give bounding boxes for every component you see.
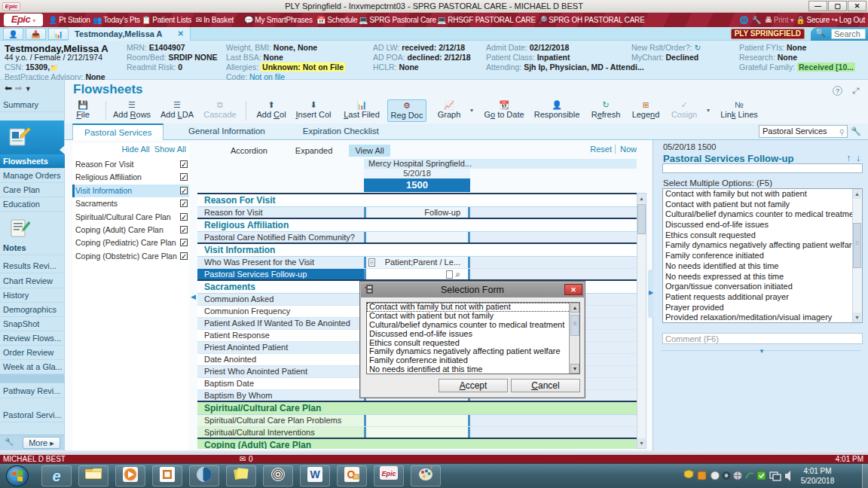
checkbox[interactable]: ✓ [180, 252, 188, 260]
toolbar-caret[interactable]: ▾ [704, 99, 713, 122]
reset-link[interactable]: Reset [590, 145, 612, 154]
taskbar-clock[interactable]: 4:01 PM 5/20/2018 [796, 466, 839, 486]
grid-date-cell[interactable]: 5/20/18 [364, 169, 470, 178]
mail-icon[interactable]: ✉ [240, 455, 246, 463]
checkbox[interactable]: ✓ [180, 239, 188, 246]
checkbox[interactable]: ✓ [180, 160, 188, 168]
option-item[interactable]: Contact with patient but not family [663, 200, 862, 210]
toolbar-button-link-lines[interactable]: №Link Lines [717, 99, 761, 122]
scroll-down-icon[interactable]: ▼ [637, 438, 646, 448]
flowsheet-cell[interactable] [364, 427, 470, 438]
sidebar-item-snapshot[interactable]: SnapShot [0, 317, 65, 331]
search-input[interactable] [831, 29, 866, 39]
help-icon[interactable]: ? [833, 86, 842, 96]
flowsheet-row-label[interactable]: Pastoral Care Notified Faith Community? [197, 232, 364, 242]
grid-vertical-scrollbar[interactable]: ▲ ▼ [637, 193, 646, 449]
dialog-option-item[interactable]: Contact with family but not with patient [367, 303, 579, 312]
option-item[interactable]: Prayer provided [663, 303, 862, 313]
checkbox[interactable]: ✓ [180, 200, 188, 207]
sidebar-item-manage-orders[interactable]: Manage Orders [0, 169, 65, 183]
magnifier-icon[interactable]: ⌕ [455, 269, 460, 279]
sidebar-item-education[interactable]: Education [0, 197, 65, 212]
dialog-option-item[interactable]: Ethics consult requested [367, 339, 579, 348]
view-button-view-all[interactable]: View All [349, 145, 390, 157]
sidebar-item-summary[interactable]: Summary [0, 98, 65, 112]
toolbar-button-add-lda[interactable]: ☰Add LDA [157, 99, 197, 122]
scroll-thumb[interactable]: ☰ [853, 223, 861, 268]
flowsheet-row-label[interactable]: Baptism By Whom [197, 390, 364, 401]
next-row-icon[interactable]: ↓ [856, 153, 860, 163]
wrench-icon[interactable]: 🔧 [752, 16, 761, 24]
toolbar-button-reg-doc[interactable]: ⚙Reg Doc [387, 99, 426, 122]
option-item[interactable]: Patient requests additional prayer [663, 292, 862, 303]
sidebar-item-chart-review[interactable]: Chart Review [0, 274, 65, 288]
checkbox[interactable]: ✓ [180, 213, 188, 221]
checkbox[interactable]: ✓ [180, 226, 188, 233]
in-basket-tab-icon[interactable]: 📥 [26, 28, 46, 40]
sidebar-item-order-review[interactable]: Order Review [0, 346, 65, 360]
pt-field-value[interactable]: ↻ [694, 43, 701, 52]
accept-button[interactable]: Accept [439, 379, 508, 392]
sidebar-item-week-at-a-gla[interactable]: Week at a Gla... [0, 360, 65, 374]
patient-lookup-icon[interactable]: 👤 [3, 28, 23, 40]
sidebar-item-results-revi[interactable]: Results Revi... [0, 259, 65, 273]
dialog-option-item[interactable]: Discussed end-of-life issues [367, 330, 579, 339]
row-toggle-coping-obstetric-care-plan[interactable]: Coping (Obstetric) Care Plan✓ [72, 250, 189, 263]
panel-expander[interactable]: ▼ [653, 348, 868, 354]
forward-icon[interactable]: ➡ [14, 83, 22, 93]
print-icon[interactable]: 🖶 [765, 16, 772, 24]
dialog-close-button[interactable]: ✕ [564, 284, 582, 295]
row-toggle-sacraments[interactable]: Sacraments✓ [72, 197, 189, 210]
toolbar-button-add-rows[interactable]: ☰Add Rows [110, 99, 154, 122]
maximize-button[interactable]: ▢ [828, 1, 847, 11]
globe-icon[interactable]: 🌐 [739, 16, 748, 24]
flowsheet-row-label[interactable]: Spiritual/Cultural Care Plan Problems [197, 415, 364, 426]
tray-icons[interactable] [680, 465, 793, 486]
close-tab-icon[interactable]: ✕ [178, 27, 184, 41]
flowsheet-cell[interactable]: Follow-up [364, 207, 470, 218]
scroll-up-icon[interactable]: ▲ [853, 189, 861, 199]
epic-menu-item-schedule[interactable]: 📅Schedule [316, 13, 357, 27]
row-nav-arrows[interactable]: ↑ ↓ [846, 153, 860, 163]
scroll-up-icon[interactable]: ▲ [570, 303, 579, 313]
flowsheet-row-label[interactable]: Reason for Visit [197, 207, 364, 218]
option-item[interactable]: No needs identified at this time [663, 261, 862, 272]
nav-arrows[interactable]: ⬅ ➡ ▼ [5, 83, 32, 93]
flowsheet-row-label[interactable]: Communion Frequency [197, 306, 364, 317]
cancel-button[interactable]: Cancel [511, 379, 580, 392]
start-button[interactable] [6, 465, 29, 486]
right-splitter[interactable]: ▶ [648, 270, 653, 318]
epic-menu-item-rhsgf-pastoral-care[interactable]: 💻RHSGF PASTORAL CARE [437, 13, 536, 27]
toolbar-button-legend[interactable]: ⊞Legend [628, 99, 663, 122]
show-desktop-button[interactable] [862, 464, 868, 488]
show-all-link[interactable]: Show All [154, 145, 186, 154]
option-item[interactable]: Ethics consult requested [663, 230, 862, 241]
epic-menu-item-sprg-oh-pastoral-care[interactable]: 🔎SPRG OH PASTORAL CARE [538, 13, 645, 27]
scroll-thumb[interactable] [637, 204, 646, 234]
taskbar-app-app-blue-circle[interactable] [189, 465, 219, 486]
tab-expiration-checklist[interactable]: Expiration Checklist [292, 124, 390, 140]
dialog-option-item[interactable]: Family conference initiated [367, 356, 579, 365]
checkbox[interactable]: ✓ [180, 173, 188, 181]
dialog-option-item[interactable]: Cultural/belief dynamics counter to medi… [367, 321, 579, 330]
left-splitter[interactable]: ◀ [189, 143, 197, 450]
epic-menu-item-my-smartphrases[interactable]: 💬My SmartPhrases [244, 13, 313, 27]
tab-general-information[interactable]: General Information [177, 124, 277, 140]
collapse-right-icon[interactable]: ▶ [649, 289, 653, 296]
taskbar-app-windows-explorer[interactable] [78, 465, 108, 486]
sidebar-item-blank[interactable] [0, 374, 65, 383]
view-button-accordion[interactable]: Accordion [225, 145, 274, 157]
sidebar-item-notes[interactable]: Notes [0, 241, 65, 255]
lock-icon[interactable]: 🔒 [796, 16, 805, 24]
scroll-thumb[interactable]: ☰ [570, 315, 579, 336]
entry-value-input[interactable] [662, 163, 863, 173]
expand-icon[interactable]: ⤢ [852, 86, 859, 96]
sidebar-item-review-flows[interactable]: Review Flows... [0, 331, 65, 346]
view-button-expanded[interactable]: Expanded [289, 145, 339, 157]
scroll-up-icon[interactable]: ▲ [637, 194, 646, 203]
flowsheets-icon-block[interactable] [0, 120, 64, 154]
toolbar-caret[interactable]: ▾ [467, 99, 476, 122]
dropdown-icon[interactable]: ▼ [25, 85, 32, 93]
flowsheet-cell[interactable]: ⌕ [364, 269, 470, 279]
toolbar-button-add-col[interactable]: ⬆Add Col [253, 99, 289, 122]
